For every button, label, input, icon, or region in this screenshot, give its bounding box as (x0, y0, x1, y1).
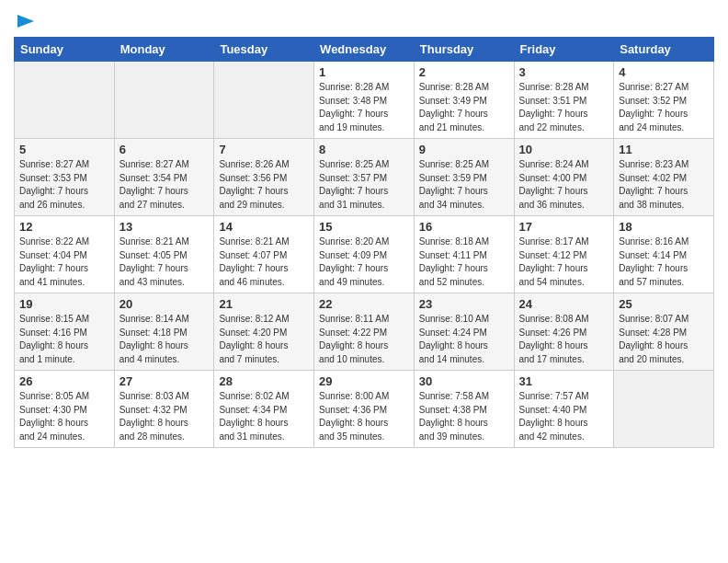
day-info: Sunrise: 8:25 AM Sunset: 3:59 PM Dayligh… (419, 158, 509, 212)
calendar-cell: 30Sunrise: 7:58 AM Sunset: 4:38 PM Dayli… (414, 371, 514, 448)
calendar-cell: 14Sunrise: 8:21 AM Sunset: 4:07 PM Dayli… (214, 216, 314, 293)
day-number: 22 (319, 297, 409, 311)
calendar-cell: 20Sunrise: 8:14 AM Sunset: 4:18 PM Dayli… (114, 293, 214, 371)
day-info: Sunrise: 8:21 AM Sunset: 4:07 PM Dayligh… (219, 236, 309, 289)
calendar-week-row: 12Sunrise: 8:22 AM Sunset: 4:04 PM Dayli… (15, 216, 714, 293)
day-number: 14 (219, 220, 309, 234)
calendar-cell: 17Sunrise: 8:17 AM Sunset: 4:12 PM Dayli… (514, 216, 614, 293)
calendar-week-row: 26Sunrise: 8:05 AM Sunset: 4:30 PM Dayli… (15, 371, 714, 448)
day-info: Sunrise: 8:02 AM Sunset: 4:34 PM Dayligh… (219, 390, 309, 443)
day-number: 7 (219, 143, 309, 156)
day-number: 30 (419, 374, 509, 388)
day-info: Sunrise: 7:58 AM Sunset: 4:38 PM Dayligh… (419, 390, 509, 443)
calendar-cell: 23Sunrise: 8:10 AM Sunset: 4:24 PM Dayli… (414, 293, 514, 371)
day-number: 28 (219, 374, 309, 388)
day-of-week-header: Sunday (15, 38, 115, 62)
day-info: Sunrise: 8:22 AM Sunset: 4:04 PM Dayligh… (19, 236, 109, 289)
day-number: 25 (619, 297, 709, 311)
day-of-week-header: Thursday (414, 38, 514, 62)
calendar-cell (15, 62, 115, 139)
day-info: Sunrise: 8:00 AM Sunset: 4:36 PM Dayligh… (319, 390, 409, 443)
day-number: 18 (619, 220, 709, 234)
calendar-cell (214, 62, 314, 139)
day-number: 27 (119, 374, 210, 388)
day-info: Sunrise: 8:08 AM Sunset: 4:26 PM Dayligh… (519, 313, 609, 366)
day-number: 12 (19, 220, 109, 234)
day-of-week-header: Monday (114, 38, 214, 62)
day-info: Sunrise: 7:57 AM Sunset: 4:40 PM Dayligh… (519, 390, 609, 443)
day-number: 29 (319, 374, 409, 388)
day-info: Sunrise: 8:25 AM Sunset: 3:57 PM Dayligh… (319, 158, 409, 212)
day-number: 5 (19, 143, 109, 156)
day-of-week-header: Friday (514, 38, 614, 62)
day-number: 17 (519, 220, 609, 234)
calendar-cell: 6Sunrise: 8:27 AM Sunset: 3:54 PM Daylig… (114, 139, 214, 216)
calendar-header-row: SundayMondayTuesdayWednesdayThursdayFrid… (15, 38, 714, 62)
day-info: Sunrise: 8:27 AM Sunset: 3:54 PM Dayligh… (119, 158, 210, 212)
calendar-week-row: 19Sunrise: 8:15 AM Sunset: 4:16 PM Dayli… (15, 293, 714, 371)
day-number: 6 (119, 143, 210, 156)
day-info: Sunrise: 8:10 AM Sunset: 4:24 PM Dayligh… (419, 313, 509, 366)
svg-marker-0 (17, 15, 34, 28)
calendar-cell: 15Sunrise: 8:20 AM Sunset: 4:09 PM Dayli… (314, 216, 415, 293)
logo (14, 9, 36, 31)
day-info: Sunrise: 8:07 AM Sunset: 4:28 PM Dayligh… (619, 313, 709, 366)
calendar-cell: 1Sunrise: 8:28 AM Sunset: 3:48 PM Daylig… (314, 62, 415, 139)
calendar-cell: 11Sunrise: 8:23 AM Sunset: 4:02 PM Dayli… (614, 139, 714, 216)
day-of-week-header: Wednesday (314, 38, 415, 62)
day-info: Sunrise: 8:18 AM Sunset: 4:11 PM Dayligh… (419, 236, 509, 289)
calendar-cell: 22Sunrise: 8:11 AM Sunset: 4:22 PM Dayli… (314, 293, 415, 371)
day-info: Sunrise: 8:27 AM Sunset: 3:53 PM Dayligh… (19, 158, 109, 212)
calendar-cell: 28Sunrise: 8:02 AM Sunset: 4:34 PM Dayli… (214, 371, 314, 448)
calendar-cell: 26Sunrise: 8:05 AM Sunset: 4:30 PM Dayli… (15, 371, 115, 448)
calendar-cell: 21Sunrise: 8:12 AM Sunset: 4:20 PM Dayli… (214, 293, 314, 371)
day-info: Sunrise: 8:20 AM Sunset: 4:09 PM Dayligh… (319, 236, 409, 289)
day-number: 2 (419, 65, 509, 79)
day-number: 19 (19, 297, 109, 311)
calendar-cell: 2Sunrise: 8:28 AM Sunset: 3:49 PM Daylig… (414, 62, 514, 139)
day-of-week-header: Tuesday (214, 38, 314, 62)
calendar-cell: 5Sunrise: 8:27 AM Sunset: 3:53 PM Daylig… (15, 139, 115, 216)
day-info: Sunrise: 8:17 AM Sunset: 4:12 PM Dayligh… (519, 236, 609, 289)
day-number: 20 (119, 297, 210, 311)
calendar-cell: 24Sunrise: 8:08 AM Sunset: 4:26 PM Dayli… (514, 293, 614, 371)
calendar-cell: 13Sunrise: 8:21 AM Sunset: 4:05 PM Dayli… (114, 216, 214, 293)
day-number: 26 (19, 374, 109, 388)
day-number: 24 (519, 297, 609, 311)
day-info: Sunrise: 8:16 AM Sunset: 4:14 PM Dayligh… (619, 236, 709, 289)
day-info: Sunrise: 8:05 AM Sunset: 4:30 PM Dayligh… (19, 390, 109, 443)
day-number: 11 (619, 143, 709, 156)
day-info: Sunrise: 8:14 AM Sunset: 4:18 PM Dayligh… (119, 313, 210, 366)
calendar-cell: 19Sunrise: 8:15 AM Sunset: 4:16 PM Dayli… (15, 293, 115, 371)
calendar-cell: 7Sunrise: 8:26 AM Sunset: 3:56 PM Daylig… (214, 139, 314, 216)
day-info: Sunrise: 8:21 AM Sunset: 4:05 PM Dayligh… (119, 236, 210, 289)
calendar-cell: 3Sunrise: 8:28 AM Sunset: 3:51 PM Daylig… (514, 62, 614, 139)
day-info: Sunrise: 8:27 AM Sunset: 3:52 PM Dayligh… (619, 81, 709, 134)
calendar-cell: 10Sunrise: 8:24 AM Sunset: 4:00 PM Dayli… (514, 139, 614, 216)
calendar-cell: 12Sunrise: 8:22 AM Sunset: 4:04 PM Dayli… (15, 216, 115, 293)
calendar-cell: 4Sunrise: 8:27 AM Sunset: 3:52 PM Daylig… (614, 62, 714, 139)
day-number: 21 (219, 297, 309, 311)
day-number: 4 (619, 65, 709, 79)
day-of-week-header: Saturday (614, 38, 714, 62)
calendar-cell: 29Sunrise: 8:00 AM Sunset: 4:36 PM Dayli… (314, 371, 415, 448)
day-info: Sunrise: 8:28 AM Sunset: 3:48 PM Dayligh… (319, 81, 409, 134)
day-info: Sunrise: 8:26 AM Sunset: 3:56 PM Dayligh… (219, 158, 309, 212)
day-info: Sunrise: 8:23 AM Sunset: 4:02 PM Dayligh… (619, 158, 709, 212)
day-number: 9 (419, 143, 509, 156)
day-info: Sunrise: 8:03 AM Sunset: 4:32 PM Dayligh… (119, 390, 210, 443)
calendar-cell: 27Sunrise: 8:03 AM Sunset: 4:32 PM Dayli… (114, 371, 214, 448)
calendar-cell: 31Sunrise: 7:57 AM Sunset: 4:40 PM Dayli… (514, 371, 614, 448)
day-number: 1 (319, 65, 409, 79)
day-number: 8 (319, 143, 409, 156)
calendar-table: SundayMondayTuesdayWednesdayThursdayFrid… (14, 37, 714, 448)
day-number: 15 (319, 220, 409, 234)
calendar-cell: 9Sunrise: 8:25 AM Sunset: 3:59 PM Daylig… (414, 139, 514, 216)
day-info: Sunrise: 8:15 AM Sunset: 4:16 PM Dayligh… (19, 313, 109, 366)
day-number: 3 (519, 65, 609, 79)
calendar-cell (614, 371, 714, 448)
day-number: 16 (419, 220, 509, 234)
calendar-cell: 25Sunrise: 8:07 AM Sunset: 4:28 PM Dayli… (614, 293, 714, 371)
logo-icon (16, 11, 36, 31)
calendar-cell: 18Sunrise: 8:16 AM Sunset: 4:14 PM Dayli… (614, 216, 714, 293)
